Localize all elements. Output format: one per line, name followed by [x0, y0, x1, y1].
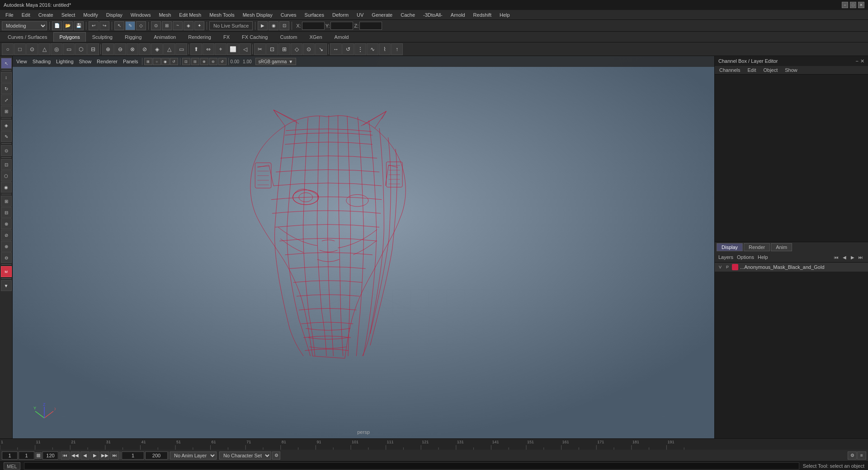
tab-fx[interactable]: FX: [217, 32, 236, 42]
cone-icon-btn[interactable]: △: [38, 43, 50, 55]
undo-btn[interactable]: ↩: [89, 21, 99, 30]
plane-icon-btn[interactable]: ▭: [63, 43, 75, 55]
menu-mesh[interactable]: Mesh: [155, 11, 175, 19]
soft-select-btn[interactable]: ◈: [1, 120, 12, 131]
prev-frame-btn[interactable]: ◀◀: [71, 451, 80, 460]
vp-btn-4[interactable]: ↺: [170, 58, 178, 65]
menu-generate[interactable]: Generate: [368, 11, 396, 19]
vp-camera-btn-3[interactable]: ⊕: [200, 58, 208, 65]
x-input[interactable]: [302, 22, 325, 30]
close-button[interactable]: ✕: [858, 2, 864, 8]
flipuv-icon-btn[interactable]: ↔: [330, 43, 342, 55]
display-tab-anim[interactable]: Anim: [771, 243, 792, 251]
menu-display[interactable]: Display: [103, 11, 126, 19]
tab-polygons[interactable]: Polygons: [53, 32, 85, 42]
vp-btn-3[interactable]: ◉: [161, 58, 170, 65]
canvas-area[interactable]: X Y Z persp: [13, 67, 714, 438]
menu-select[interactable]: Select: [58, 11, 79, 19]
vp-show-menu[interactable]: Show: [77, 59, 94, 64]
vp-view-menu[interactable]: View: [14, 59, 29, 64]
pipe-icon-btn[interactable]: ⊟: [87, 43, 99, 55]
menu-mesh-display[interactable]: Mesh Display: [239, 11, 276, 19]
new-file-btn[interactable]: 📄: [52, 21, 62, 30]
crease-icon-btn[interactable]: ⋮: [354, 43, 366, 55]
tab-show[interactable]: Show: [782, 67, 800, 73]
tab-rigging[interactable]: Rigging: [119, 32, 147, 42]
left-misc-4[interactable]: ⊘: [1, 230, 12, 240]
menu-edit-mesh[interactable]: Edit Mesh: [175, 11, 205, 19]
menu-modify[interactable]: Modify: [80, 11, 101, 19]
z-input[interactable]: [359, 22, 382, 30]
multicut-icon-btn[interactable]: ✂: [254, 43, 266, 55]
menu-create[interactable]: Create: [35, 11, 57, 19]
extrude-icon-btn[interactable]: ⬆: [190, 43, 202, 55]
go-to-start-btn[interactable]: ⏮: [61, 451, 70, 460]
menu-uv[interactable]: UV: [353, 11, 367, 19]
menu-3dtoall[interactable]: -3DtoAll-: [420, 11, 446, 19]
merge-icon-btn[interactable]: ⊙: [303, 43, 315, 55]
smooth-icon-btn[interactable]: ◈: [151, 43, 163, 55]
tab-rendering[interactable]: Rendering: [182, 32, 217, 42]
snap-surface-btn[interactable]: ◈: [184, 21, 193, 30]
panel-min-btn[interactable]: −: [856, 58, 859, 64]
sphere-icon-btn[interactable]: ○: [2, 43, 14, 55]
mode-dropdown[interactable]: Modeling Rigging Animation FX Rendering …: [2, 21, 47, 30]
vp-panels-menu[interactable]: Panels: [121, 59, 140, 64]
cube-icon-btn[interactable]: □: [14, 43, 26, 55]
no-live-surface-btn[interactable]: No Live Surface: [209, 21, 253, 30]
menu-redshift[interactable]: Redshift: [470, 11, 495, 19]
frame-checkbox[interactable]: [35, 452, 42, 459]
paint-select-btn[interactable]: ✎: [125, 21, 135, 30]
menu-edit[interactable]: Edit: [18, 11, 34, 19]
left-misc-1[interactable]: ⊞: [1, 196, 12, 207]
script-mode-btn[interactable]: MEL: [4, 462, 20, 470]
tab-object[interactable]: Object: [760, 67, 780, 73]
open-file-btn[interactable]: 📂: [63, 21, 73, 30]
select-mode-btn[interactable]: ↖: [114, 21, 124, 30]
select-tool-btn[interactable]: ↖: [1, 58, 12, 69]
vp-shading-menu[interactable]: Shading: [31, 59, 52, 64]
wedge-icon-btn[interactable]: ◁: [239, 43, 251, 55]
menu-help[interactable]: Help: [496, 11, 514, 19]
gamma-dropdown[interactable]: sRGB gamma ▼: [255, 58, 297, 65]
layer-mgr-1[interactable]: ⊡: [1, 159, 12, 170]
menu-windows[interactable]: Windows: [127, 11, 155, 19]
extract-icon-btn[interactable]: ⊗: [127, 43, 138, 55]
lasso-btn[interactable]: ◇: [136, 21, 146, 30]
snap-curve-btn[interactable]: ~: [173, 21, 183, 30]
ipr-btn[interactable]: ◉: [269, 21, 278, 30]
maximize-button[interactable]: □: [850, 2, 856, 8]
quadrangulate-icon-btn[interactable]: ▭: [175, 43, 187, 55]
triangulate-icon-btn[interactable]: △: [163, 43, 175, 55]
y-input[interactable]: [330, 22, 353, 30]
boolean-icon-btn[interactable]: ⊘: [139, 43, 151, 55]
timeline-ruler[interactable]: 1112131415161718191101111121131141151161…: [0, 439, 868, 450]
disk-icon-btn[interactable]: ⬡: [75, 43, 87, 55]
display-tab-render[interactable]: Render: [744, 243, 770, 251]
layer-prev-btn[interactable]: ◀: [841, 254, 848, 261]
show-manipulator-btn[interactable]: ⊙: [1, 145, 12, 156]
vp-camera-btn-1[interactable]: ⊡: [182, 58, 190, 65]
layer-prev-prev-btn[interactable]: ⏮: [833, 254, 840, 261]
left-misc-3[interactable]: ⊗: [1, 218, 12, 229]
menu-mesh-tools[interactable]: Mesh Tools: [206, 11, 238, 19]
vp-btn-2[interactable]: ○: [153, 58, 161, 65]
rotate-tool-btn[interactable]: ↻: [1, 83, 12, 94]
scale-tool-btn[interactable]: ⤢: [1, 94, 12, 105]
menu-cache[interactable]: Cache: [397, 11, 419, 19]
settings-anim-btn[interactable]: ⚙: [848, 451, 857, 460]
layer-mgr-3[interactable]: ◉: [1, 182, 12, 193]
current-frame-input[interactable]: [19, 451, 34, 460]
vp-btn-1[interactable]: ⊞: [144, 58, 152, 65]
tab-animation[interactable]: Animation: [148, 32, 182, 42]
menu-curves[interactable]: Curves: [277, 11, 300, 19]
tab-fx-caching[interactable]: FX Caching: [236, 32, 274, 42]
spin-icon-btn[interactable]: ↺: [342, 43, 354, 55]
menu-surfaces[interactable]: Surfaces: [301, 11, 328, 19]
softedge-icon-btn[interactable]: ∿: [367, 43, 378, 55]
layer-mgr-2[interactable]: ⬡: [1, 170, 12, 181]
left-misc-2[interactable]: ⊟: [1, 207, 12, 218]
expand-left-btn[interactable]: ▼: [1, 280, 12, 291]
separate-icon-btn[interactable]: ⊖: [114, 43, 126, 55]
step-back-btn[interactable]: ◀: [80, 451, 90, 460]
